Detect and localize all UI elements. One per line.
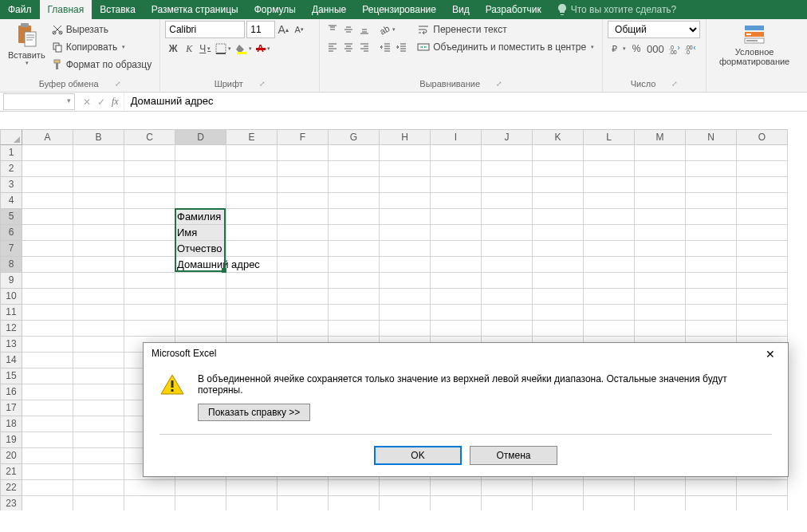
cell[interactable]: [124, 305, 175, 321]
cell[interactable]: [533, 257, 584, 273]
cell[interactable]: [584, 257, 635, 273]
cell[interactable]: [73, 416, 124, 432]
cell[interactable]: [22, 193, 73, 209]
column-header[interactable]: E: [226, 129, 278, 145]
cell[interactable]: [226, 480, 278, 496]
cell[interactable]: [635, 241, 686, 257]
cell[interactable]: [482, 305, 533, 321]
cell[interactable]: [329, 177, 380, 193]
cell[interactable]: [737, 496, 788, 510]
italic-button[interactable]: К: [181, 40, 197, 57]
tab-page-layout[interactable]: Разметка страницы: [144, 0, 246, 19]
cell[interactable]: [22, 161, 73, 177]
select-all-corner[interactable]: [0, 129, 22, 145]
row-header[interactable]: 19: [0, 432, 22, 448]
cell[interactable]: [329, 496, 380, 510]
cell[interactable]: [584, 209, 635, 225]
cell[interactable]: [226, 177, 278, 193]
cell[interactable]: [22, 289, 73, 305]
column-header[interactable]: B: [73, 129, 124, 145]
cell[interactable]: [22, 464, 73, 480]
column-header[interactable]: K: [533, 129, 584, 145]
cell[interactable]: [686, 193, 737, 209]
align-right-button[interactable]: [356, 38, 372, 56]
row-header[interactable]: 11: [0, 305, 22, 321]
fx-button[interactable]: fx: [112, 96, 119, 108]
cell[interactable]: [175, 193, 226, 209]
row-header[interactable]: 2: [0, 161, 22, 177]
cell[interactable]: [431, 161, 482, 177]
cell[interactable]: [584, 480, 635, 496]
cell[interactable]: [380, 193, 431, 209]
row-header[interactable]: 12: [0, 321, 22, 337]
cell[interactable]: [380, 289, 431, 305]
cell[interactable]: [737, 257, 788, 273]
accounting-format-button[interactable]: ₽▾: [608, 40, 628, 57]
cell[interactable]: [278, 273, 329, 289]
cell[interactable]: [22, 496, 73, 510]
cell[interactable]: [482, 241, 533, 257]
row-header[interactable]: 6: [0, 225, 22, 241]
align-bottom-button[interactable]: [356, 21, 372, 38]
cell[interactable]: [431, 209, 482, 225]
cell[interactable]: [533, 145, 584, 161]
tab-developer[interactable]: Разработчик: [478, 0, 549, 19]
cell[interactable]: [686, 305, 737, 321]
cell[interactable]: [329, 305, 380, 321]
cell[interactable]: [22, 273, 73, 289]
number-format-select[interactable]: Общий: [608, 21, 700, 38]
cell[interactable]: [380, 321, 431, 337]
enter-formula-icon[interactable]: ✓: [97, 97, 105, 108]
cell[interactable]: [124, 241, 175, 257]
cell[interactable]: [22, 480, 73, 496]
cell[interactable]: [278, 257, 329, 273]
cell[interactable]: [226, 145, 278, 161]
cell[interactable]: [175, 273, 226, 289]
align-center-button[interactable]: [341, 38, 356, 56]
cell[interactable]: [584, 289, 635, 305]
cell[interactable]: [431, 225, 482, 241]
cell[interactable]: [226, 193, 278, 209]
decrease-decimal-button[interactable]: ,00,0: [683, 40, 699, 57]
cell[interactable]: [175, 305, 226, 321]
cell[interactable]: [22, 384, 73, 400]
bold-button[interactable]: Ж: [165, 40, 181, 57]
cell[interactable]: [329, 225, 380, 241]
row-header[interactable]: 16: [0, 384, 22, 400]
cell[interactable]: [737, 273, 788, 289]
cell[interactable]: [380, 145, 431, 161]
name-box[interactable]: [3, 93, 75, 110]
cell[interactable]: [737, 193, 788, 209]
cell[interactable]: Домашний адрес: [175, 257, 226, 273]
cell[interactable]: [124, 496, 175, 510]
font-name-select[interactable]: [165, 21, 245, 38]
cell[interactable]: [533, 305, 584, 321]
tab-data[interactable]: Данные: [304, 0, 354, 19]
cell[interactable]: [22, 257, 73, 273]
tell-me-search[interactable]: Что вы хотите сделать?: [557, 4, 677, 15]
cell[interactable]: [175, 177, 226, 193]
cell[interactable]: [329, 161, 380, 177]
cell[interactable]: [278, 305, 329, 321]
row-header[interactable]: 22: [0, 480, 22, 496]
cell[interactable]: [73, 241, 124, 257]
cell[interactable]: [22, 368, 73, 384]
cell[interactable]: [686, 177, 737, 193]
cell[interactable]: [124, 225, 175, 241]
cell[interactable]: [431, 193, 482, 209]
cell[interactable]: [175, 496, 226, 510]
cell[interactable]: [482, 257, 533, 273]
tab-formulas[interactable]: Формулы: [246, 0, 304, 19]
cell[interactable]: [278, 225, 329, 241]
row-header[interactable]: 10: [0, 289, 22, 305]
cell[interactable]: [533, 289, 584, 305]
paste-button[interactable]: Вставить ▾: [5, 21, 49, 68]
format-painter-button[interactable]: Формат по образцу: [49, 56, 155, 73]
cell[interactable]: [124, 480, 175, 496]
row-header[interactable]: 20: [0, 448, 22, 464]
cell[interactable]: [73, 464, 124, 480]
cell[interactable]: [380, 496, 431, 510]
cell[interactable]: [73, 145, 124, 161]
cell[interactable]: [533, 273, 584, 289]
cell[interactable]: [431, 145, 482, 161]
